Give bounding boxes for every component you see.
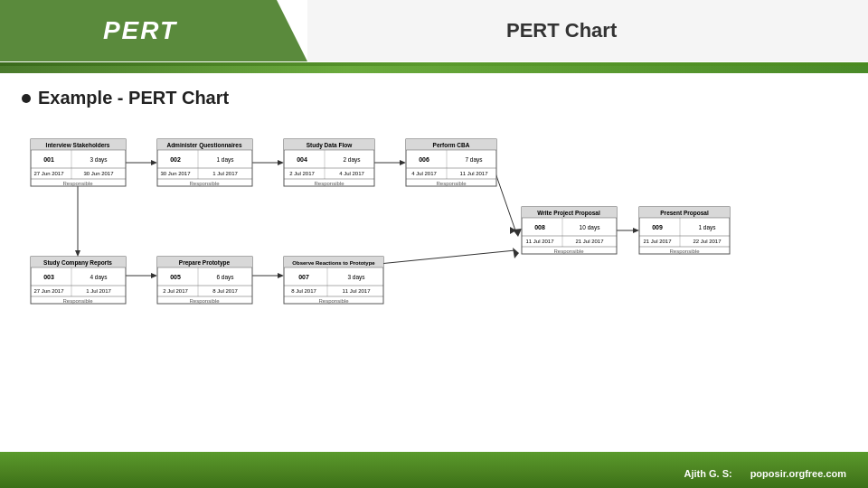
grass-divider-top — [0, 62, 868, 73]
svg-text:008: 008 — [534, 224, 545, 230]
svg-marker-17 — [75, 250, 80, 257]
svg-text:8 Jul 2017: 8 Jul 2017 — [291, 288, 316, 294]
svg-text:Perform CBA: Perform CBA — [433, 142, 470, 148]
svg-text:001: 001 — [43, 156, 54, 163]
svg-text:005: 005 — [170, 274, 181, 280]
pert-node-008: Write Project Proposal 008 10 days 11 Ju… — [522, 207, 617, 254]
svg-text:30 Jun 2017: 30 Jun 2017 — [83, 171, 114, 176]
header-chart-title: PERT Chart — [506, 19, 617, 42]
svg-text:Responsible: Responsible — [318, 298, 349, 304]
svg-text:002: 002 — [170, 156, 181, 163]
svg-text:6 days: 6 days — [216, 274, 234, 281]
svg-text:7 days: 7 days — [465, 156, 483, 164]
svg-text:003: 003 — [43, 274, 54, 280]
pert-node-004: Study Data Flow 004 2 days 2 Jul 2017 4 … — [284, 139, 374, 186]
pert-node-001: Interview Stakeholders 001 3 days 27 Jun… — [31, 139, 126, 186]
svg-text:Responsible: Responsible — [553, 249, 584, 254]
svg-text:006: 006 — [419, 156, 429, 163]
header-pert-title: PERT — [103, 16, 177, 45]
pert-diagram: Interview Stakeholders 001 3 days 27 Jun… — [22, 121, 846, 365]
heading-text: Example - PERT Chart — [38, 88, 229, 108]
svg-marker-11 — [151, 273, 157, 278]
svg-text:Study Company Reports: Study Company Reports — [43, 259, 112, 267]
svg-text:009: 009 — [652, 224, 663, 230]
svg-marker-3 — [278, 160, 284, 165]
pert-node-009: Present Proposal 009 1 days 21 Jul 2017 … — [639, 207, 730, 254]
svg-text:8 Jul 2017: 8 Jul 2017 — [212, 288, 238, 294]
section-heading: Example - PERT Chart — [22, 88, 846, 108]
pert-node-002: Administer Questionnaires 002 1 days 30 … — [157, 139, 252, 186]
svg-text:Present Proposal: Present Proposal — [660, 210, 709, 217]
svg-text:Responsible: Responsible — [669, 249, 700, 254]
svg-text:1 Jul 2017: 1 Jul 2017 — [212, 171, 238, 176]
svg-text:21 Jul 2017: 21 Jul 2017 — [643, 239, 672, 244]
svg-text:Study Data Flow: Study Data Flow — [307, 142, 354, 149]
svg-text:27 Jun 2017: 27 Jun 2017 — [33, 288, 64, 294]
svg-text:Responsible: Responsible — [436, 181, 467, 186]
svg-text:30 Jun 2017: 30 Jun 2017 — [160, 171, 191, 176]
svg-text:3 days: 3 days — [90, 156, 108, 164]
svg-text:4 days: 4 days — [90, 274, 108, 281]
svg-text:1 Jul 2017: 1 Jul 2017 — [86, 288, 111, 294]
svg-marker-9 — [633, 228, 639, 233]
footer-author: Ajith G. S: — [684, 468, 731, 479]
pert-node-005: Prepare Prototype 005 6 days 2 Jul 2017 … — [157, 257, 252, 304]
footer-credits: Ajith G. S: poposir.orgfree.com — [684, 468, 846, 479]
svg-text:4 Jul 2017: 4 Jul 2017 — [411, 171, 437, 176]
svg-text:4 Jul 2017: 4 Jul 2017 — [339, 171, 364, 176]
svg-text:11 Jul 2017: 11 Jul 2017 — [459, 171, 488, 176]
svg-text:Observe Reactions to Prototype: Observe Reactions to Prototype — [292, 260, 375, 266]
svg-marker-13 — [278, 273, 284, 278]
svg-text:Responsible: Responsible — [314, 181, 344, 186]
svg-marker-5 — [400, 160, 406, 165]
svg-text:22 Jul 2017: 22 Jul 2017 — [693, 239, 722, 244]
bullet-icon — [22, 94, 31, 103]
svg-text:21 Jul 2017: 21 Jul 2017 — [575, 239, 604, 244]
pert-node-007: Observe Reactions to Prototype 007 3 day… — [284, 257, 383, 304]
footer-website: poposir.orgfree.com — [750, 468, 846, 479]
svg-text:27 Jun 2017: 27 Jun 2017 — [33, 171, 64, 176]
svg-text:Administer Questionnaires: Administer Questionnaires — [166, 142, 241, 149]
svg-text:11 Jul 2017: 11 Jul 2017 — [525, 239, 554, 244]
svg-text:11 Jul 2017: 11 Jul 2017 — [342, 288, 371, 294]
header: PERT PERT Chart — [0, 0, 868, 61]
svg-text:2 days: 2 days — [343, 156, 361, 164]
footer-grass: Ajith G. S: poposir.orgfree.com — [0, 452, 868, 488]
svg-text:10 days: 10 days — [580, 224, 601, 231]
svg-text:Responsible: Responsible — [62, 181, 93, 186]
svg-text:3 days: 3 days — [347, 274, 365, 281]
svg-line-14 — [379, 250, 515, 264]
svg-marker-1 — [151, 160, 157, 165]
svg-text:2 Jul 2017: 2 Jul 2017 — [289, 171, 315, 176]
svg-text:007: 007 — [298, 274, 309, 280]
pert-node-006: Perform CBA 006 7 days 4 Jul 2017 11 Jul… — [406, 139, 496, 186]
svg-text:Interview Stakeholders: Interview Stakeholders — [46, 142, 110, 148]
pert-svg: Interview Stakeholders 001 3 days 27 Jun… — [22, 121, 736, 361]
svg-text:Write Project Proposal: Write Project Proposal — [537, 210, 600, 217]
svg-text:Responsible: Responsible — [189, 298, 220, 304]
pert-node-003: Study Company Reports 003 4 days 27 Jun … — [31, 257, 126, 304]
svg-text:Prepare Prototype: Prepare Prototype — [179, 259, 231, 267]
header-left-panel: PERT — [0, 0, 307, 61]
svg-text:1 days: 1 days — [216, 156, 234, 164]
svg-marker-15 — [513, 248, 519, 258]
svg-text:004: 004 — [297, 156, 307, 163]
svg-text:Responsible: Responsible — [62, 298, 93, 304]
header-right-panel: PERT Chart — [307, 0, 868, 61]
svg-text:1 days: 1 days — [698, 224, 716, 231]
svg-text:2 Jul 2017: 2 Jul 2017 — [163, 288, 188, 294]
svg-text:Responsible: Responsible — [189, 181, 220, 186]
content-area: Example - PERT Chart — [0, 73, 868, 372]
